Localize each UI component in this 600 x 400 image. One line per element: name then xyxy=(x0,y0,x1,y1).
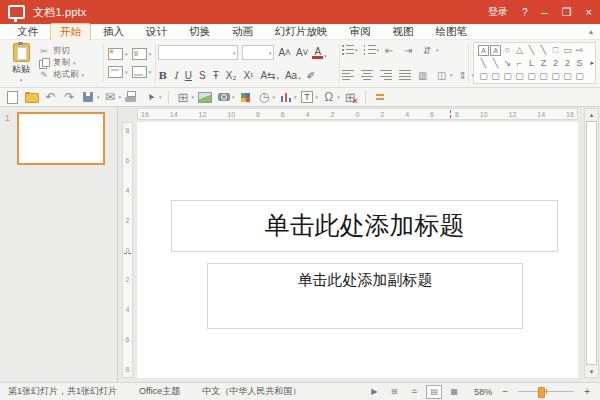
subscript-button[interactable]: X₂ xyxy=(226,70,238,81)
underline-button[interactable]: U xyxy=(185,70,193,81)
align-right-button[interactable] xyxy=(380,70,393,80)
normal-view-button[interactable]: ▤ xyxy=(426,385,442,399)
maximize-button[interactable]: ❐ xyxy=(562,7,572,17)
screenshot-button[interactable]: ▾ xyxy=(215,90,235,105)
login-button[interactable]: 登录 xyxy=(488,5,508,19)
shrink-font-button[interactable]: A˅ xyxy=(296,47,309,58)
language-indicator[interactable]: 中文（中华人民共和国） xyxy=(202,385,301,398)
zoom-slider[interactable] xyxy=(518,386,574,397)
slide-layout-button[interactable]: ▾ xyxy=(132,48,152,60)
scroll-down-button[interactable]: ▾ xyxy=(585,366,598,377)
align-text-button[interactable]: ◫ ▾ xyxy=(437,70,453,80)
rounded-rectangle-shape[interactable]: ▢ xyxy=(562,70,573,82)
rounded-rectangle-shape[interactable]: ▢ xyxy=(478,70,489,82)
redo-button[interactable] xyxy=(61,90,78,105)
bullets-button[interactable]: ▾ xyxy=(342,45,358,55)
reading-view-button[interactable]: ⊞ xyxy=(386,385,402,399)
oval-shape[interactable]: ○ xyxy=(502,44,513,56)
line-shape[interactable]: ╲ xyxy=(490,57,501,69)
bold-button[interactable]: B xyxy=(158,70,167,81)
rounded-rectangle-shape[interactable]: ▢ xyxy=(514,70,525,82)
font-name-combobox[interactable]: ▾ xyxy=(158,45,238,60)
symbol-button[interactable]: ▾ xyxy=(320,90,340,105)
line-spacing-button[interactable]: ⇕ ▾ xyxy=(459,70,475,80)
font-color-button[interactable]: A ▾ xyxy=(312,47,326,59)
vertical-text-box-shape[interactable]: A xyxy=(490,45,501,56)
media-button[interactable]: ▾ xyxy=(256,90,276,105)
font-size-input[interactable] xyxy=(245,48,268,58)
arrow-line-shape[interactable]: ↘ xyxy=(502,57,513,69)
text-shadow-button[interactable]: S xyxy=(199,70,207,81)
format-painter-button[interactable]: ✎ 格式刷 ▾ xyxy=(38,69,84,81)
subtitle-placeholder[interactable]: 单击此处添加副标题 xyxy=(207,263,523,329)
arrow-shape[interactable]: ⇨ xyxy=(574,44,585,56)
slideshow-view-button[interactable]: ▶ xyxy=(366,385,382,399)
slide-sorter-view-button[interactable]: ▦ xyxy=(446,385,462,399)
help-button[interactable]: ? xyxy=(522,7,528,18)
slide-section-button[interactable]: ▾ xyxy=(132,66,152,78)
minimize-button[interactable]: – xyxy=(542,7,548,17)
table-button[interactable]: ▾ xyxy=(175,90,195,105)
tab-insert[interactable]: 插入 xyxy=(93,23,134,41)
text-direction-button[interactable]: ⇵ ▾ xyxy=(423,45,439,55)
grow-font-button[interactable]: A˄ xyxy=(278,47,291,58)
smartart-button[interactable] xyxy=(237,90,254,105)
font-name-input[interactable] xyxy=(161,48,232,58)
increase-indent-button[interactable]: ⇥ xyxy=(404,45,417,55)
clear-format-button[interactable]: ✐ xyxy=(307,70,316,81)
slide-reset-button[interactable]: ▾ xyxy=(108,66,128,78)
elbow-connector-shape[interactable]: ⌐ xyxy=(514,57,525,69)
copy-button[interactable]: 复制 ▾ xyxy=(38,57,84,69)
tab-transitions[interactable]: 切换 xyxy=(179,23,220,41)
strikethrough-button[interactable]: Ŧ xyxy=(213,70,220,81)
text-box-shape[interactable]: A xyxy=(478,45,489,56)
superscript-button[interactable]: X¹ xyxy=(243,70,254,81)
decrease-indent-button[interactable]: ⇤ xyxy=(385,45,398,55)
picture-button[interactable] xyxy=(196,90,213,105)
rounded-rectangle-shape[interactable]: ▢ xyxy=(502,70,513,82)
chart-button[interactable]: ▾ xyxy=(277,90,297,105)
rounded-rectangle-shape[interactable]: ▢ xyxy=(526,70,537,82)
rounded-rectangle-shape[interactable]: ▢ xyxy=(538,70,549,82)
rectangle-shape[interactable]: □ xyxy=(550,44,561,56)
undo-button[interactable] xyxy=(42,90,59,105)
change-case-button[interactable]: Aa▾ xyxy=(285,70,301,81)
tab-drawing-pen[interactable]: 绘图笔 xyxy=(426,23,478,41)
zoom-out-button[interactable]: − xyxy=(500,386,510,397)
select-button[interactable]: ▾ xyxy=(142,90,162,105)
tab-home[interactable]: 开始 xyxy=(50,23,91,41)
tab-animation[interactable]: 动画 xyxy=(222,23,263,41)
new-slide-button[interactable]: ▾ xyxy=(108,48,128,60)
elbow-connector-shape[interactable]: L xyxy=(526,57,537,69)
align-center-button[interactable] xyxy=(361,70,374,80)
tab-file[interactable]: 文件 xyxy=(7,23,48,41)
paste-button[interactable]: 粘贴 ▾ xyxy=(4,42,38,84)
print-button[interactable] xyxy=(123,90,140,105)
tab-design[interactable]: 设计 xyxy=(136,23,177,41)
line-shape[interactable]: ╲ xyxy=(526,44,537,56)
slide-canvas[interactable]: 单击此处添加标题 单击此处添加副标题 xyxy=(137,122,578,378)
collapse-ribbon-button[interactable]: ▴ xyxy=(589,27,593,36)
elbow-connector-shape[interactable]: Z xyxy=(538,57,549,69)
char-spacing-button[interactable]: A⇆▾ xyxy=(260,70,279,81)
delete-table-button[interactable] xyxy=(342,90,359,105)
triangle-shape[interactable]: △ xyxy=(514,44,525,56)
chevron-down-icon[interactable]: ▾ xyxy=(233,50,236,56)
paste-dropdown-arrow[interactable]: ▾ xyxy=(20,77,23,83)
rounded-rectangle-shape[interactable]: ▢ xyxy=(574,70,585,82)
title-placeholder[interactable]: 单击此处添加标题 xyxy=(171,200,558,252)
chevron-down-icon[interactable]: ▾ xyxy=(269,50,272,56)
slide-thumbnail[interactable] xyxy=(17,112,105,165)
tab-review[interactable]: 审阅 xyxy=(340,23,381,41)
vertical-scrollbar[interactable]: ▴ ▾ xyxy=(584,108,599,378)
scrollbar-thumb[interactable] xyxy=(586,121,597,365)
rounded-rectangle-shape[interactable]: ▢ xyxy=(550,70,561,82)
zoom-level[interactable]: 58% xyxy=(470,387,492,397)
theme-indicator[interactable]: Office主题 xyxy=(139,385,180,398)
email-button[interactable]: ▾ xyxy=(102,90,122,105)
tab-view[interactable]: 视图 xyxy=(383,23,424,41)
curved-connector-shape[interactable]: 2 xyxy=(550,57,561,69)
zoom-slider-handle[interactable] xyxy=(538,387,545,398)
scroll-up-button[interactable]: ▴ xyxy=(585,109,598,120)
rectangle-shape[interactable]: ▭ xyxy=(562,44,573,56)
